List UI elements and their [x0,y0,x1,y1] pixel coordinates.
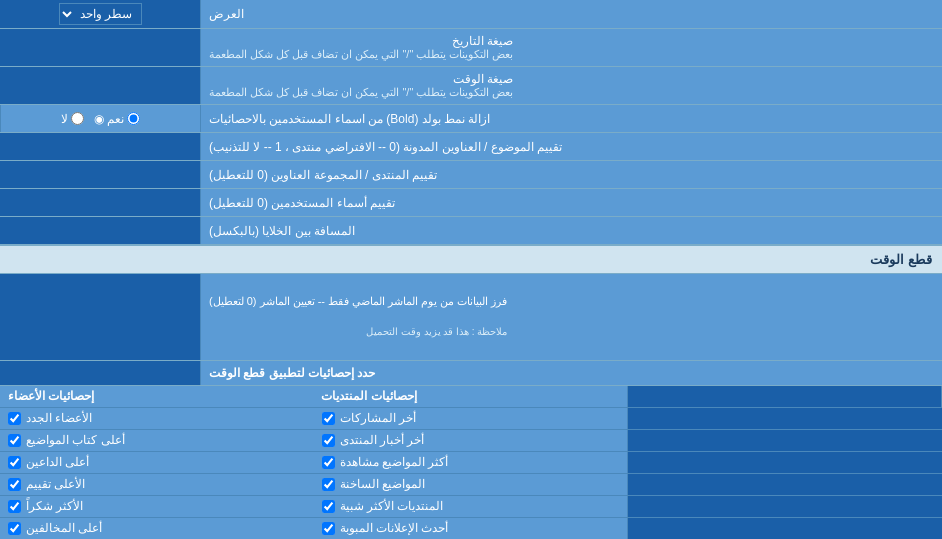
forums-item-6-label: أحدث الإعلانات المبوبة [340,521,449,535]
checkbox-row-3: أكثر المواضيع مشاهدة أعلى الداعين [0,452,942,474]
bold-remove-row: ازالة نمط بولد (Bold) من اسماء المستخدمي… [0,105,942,133]
cell-spacing-row: المسافة بين الخلايا (بالبكسل) 2 [0,217,942,245]
col-empty-2 [628,430,942,451]
date-format-label: صيغة التاريخ بعض التكوينات يتطلب "/" الت… [200,29,942,66]
bold-remove-label: ازالة نمط بولد (Bold) من اسماء المستخدمي… [200,105,942,132]
col-forums-4: المواضيع الساخنة [314,474,629,495]
display-mode-row: العرض سطر واحد عدة أسطر [0,0,942,29]
members-item-3-label: أعلى الداعين [26,455,89,469]
checkbox-row-2: أخر أخبار المنتدى أعلى كتاب المواضيع [0,430,942,452]
col-empty-5 [628,496,942,517]
display-mode-select[interactable]: سطر واحد عدة أسطر [59,3,142,25]
members-item-5-checkbox[interactable] [8,500,21,513]
col-empty-6 [628,518,942,539]
bold-yes-radio[interactable] [127,112,140,125]
checkbox-row-4: المواضيع الساخنة الأعلى تقييم [0,474,942,496]
members-item-6-label: أعلى المخالفين [26,521,102,535]
topics-sort-label: تقييم الموضوع / العناوين المدونة (0 -- ا… [200,133,942,160]
col-header-forums: إحصائيات المنتديات [313,386,627,407]
col-members-4: الأعلى تقييم [0,474,314,495]
forum-sort-input-cell: 33 [0,161,200,188]
realtime-sort-input-cell: 0 [0,274,200,360]
forums-item-1-checkbox[interactable] [322,412,335,425]
col-empty-3 [628,452,942,473]
forums-item-3-checkbox[interactable] [322,456,335,469]
forums-item-4-label: المواضيع الساخنة [340,477,425,491]
time-format-label: صيغة الوقت بعض التكوينات يتطلب "/" التي … [200,67,942,104]
forum-sort-input[interactable]: 33 [6,167,194,182]
users-sort-label: تقييم أسماء المستخدمين (0 للتعطيل) [200,189,942,216]
checkbox-header-row: حدد إحصائيات لتطبيق قطع الوقت [0,361,942,386]
time-format-input-cell: H:i [0,67,200,104]
col-members-1: الأعضاء الجدد [0,408,314,429]
members-item-2-label: أعلى كتاب المواضيع [26,433,125,447]
display-mode-label: العرض [200,0,942,28]
date-format-row: صيغة التاريخ بعض التكوينات يتطلب "/" الت… [0,29,942,67]
col-members-6: أعلى المخالفين [0,518,314,539]
forums-item-4-checkbox[interactable] [322,478,335,491]
users-sort-input[interactable]: 0 [6,195,194,210]
time-format-input[interactable]: H:i [6,78,194,93]
time-format-row: صيغة الوقت بعض التكوينات يتطلب "/" التي … [0,67,942,105]
checkbox-columns-header: إحصائيات المنتديات إحصائيات الأعضاء [0,386,942,408]
col-empty-4 [628,474,942,495]
col-members-2: أعلى كتاب المواضيع [0,430,314,451]
forums-item-6-checkbox[interactable] [322,522,335,535]
checkbox-row-6: أحدث الإعلانات المبوبة أعلى المخالفين [0,518,942,539]
col-forums-1: أخر المشاركات [314,408,629,429]
col-header-empty [628,386,942,407]
col-forums-6: أحدث الإعلانات المبوبة [314,518,629,539]
members-item-6-checkbox[interactable] [8,522,21,535]
members-item-4-label: الأعلى تقييم [26,477,85,491]
cell-spacing-input[interactable]: 2 [6,223,194,238]
realtime-sort-input[interactable]: 0 [6,309,194,324]
col-forums-3: أكثر المواضيع مشاهدة [314,452,629,473]
forum-sort-label: تقييم المنتدى / المجموعة العناوين (0 للت… [200,161,942,188]
forum-sort-row: تقييم المنتدى / المجموعة العناوين (0 للت… [0,161,942,189]
members-item-4-checkbox[interactable] [8,478,21,491]
cell-spacing-input-cell: 2 [0,217,200,244]
realtime-section-header: قطع الوقت [0,245,942,274]
col-members-5: الأكثر شكراً [0,496,314,517]
forums-item-5-label: المنتديات الأكثر شبية [340,499,444,513]
col-empty-1 [628,408,942,429]
bold-no-radio[interactable] [71,112,84,125]
topics-sort-input-cell: 33 [0,133,200,160]
realtime-sort-label: فرز البيانات من يوم الماشر الماضي فقط --… [200,274,942,360]
forums-item-2-label: أخر أخبار المنتدى [340,433,425,447]
bold-no-label[interactable]: لا [61,112,84,126]
members-item-2-checkbox[interactable] [8,434,21,447]
date-format-input-cell: d-m [0,29,200,66]
checkbox-header-label: حدد إحصائيات لتطبيق قطع الوقت [200,361,942,385]
topics-sort-row: تقييم الموضوع / العناوين المدونة (0 -- ا… [0,133,942,161]
forums-item-5-checkbox[interactable] [322,500,335,513]
users-sort-input-cell: 0 [0,189,200,216]
topics-sort-input[interactable]: 33 [6,139,194,154]
display-mode-input-cell: سطر واحد عدة أسطر [0,0,200,28]
cell-spacing-label: المسافة بين الخلايا (بالبكسل) [200,217,942,244]
col-header-members: إحصائيات الأعضاء [0,386,313,407]
forums-item-2-checkbox[interactable] [322,434,335,447]
members-item-1-label: الأعضاء الجدد [26,411,92,425]
checkbox-row-1: أخر المشاركات الأعضاء الجدد [0,408,942,430]
realtime-sort-row: فرز البيانات من يوم الماشر الماضي فقط --… [0,274,942,361]
col-forums-5: المنتديات الأكثر شبية [314,496,629,517]
members-item-1-checkbox[interactable] [8,412,21,425]
members-item-5-label: الأكثر شكراً [26,499,83,513]
date-format-input[interactable]: d-m [6,40,194,55]
checkbox-row-5: المنتديات الأكثر شبية الأكثر شكراً [0,496,942,518]
col-members-3: أعلى الداعين [0,452,314,473]
forums-item-1-label: أخر المشاركات [340,411,416,425]
col-forums-2: أخر أخبار المنتدى [314,430,629,451]
members-item-3-checkbox[interactable] [8,456,21,469]
users-sort-row: تقييم أسماء المستخدمين (0 للتعطيل) 0 [0,189,942,217]
forums-item-3-label: أكثر المواضيع مشاهدة [340,455,449,469]
bold-remove-radio-cell: نعم ◉ لا [0,105,200,132]
bold-yes-label[interactable]: نعم ◉ [94,112,140,126]
